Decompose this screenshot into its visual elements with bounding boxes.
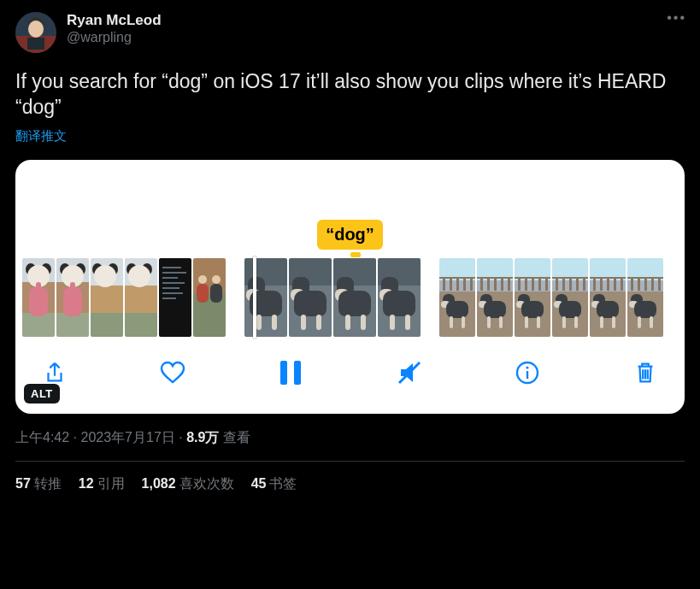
svg-point-2 [28, 21, 44, 38]
clip-thumbnail[interactable] [91, 258, 123, 337]
video-scrubber-strip[interactable] [15, 258, 685, 337]
clip-thumbnail[interactable] [378, 258, 421, 337]
clip-thumbnail[interactable] [193, 258, 226, 337]
delete-button[interactable] [626, 354, 664, 392]
media-preview-top: “dog” [15, 160, 685, 258]
playhead[interactable] [253, 256, 256, 339]
clip-thumbnail[interactable] [289, 258, 332, 337]
post-time[interactable]: 上午4:42 [15, 430, 69, 445]
more-options-button[interactable]: ••• [667, 10, 686, 26]
likes-stat[interactable]: 1,082喜欢次数 [142, 475, 234, 493]
retweets-stat[interactable]: 57转推 [15, 475, 62, 493]
alt-badge[interactable]: ALT [24, 384, 60, 403]
translate-link[interactable]: 翻译推文 [15, 128, 67, 144]
clip-thumbnail[interactable] [333, 258, 376, 337]
tweet-text: If you search for “dog” on iOS 17 it’ll … [15, 68, 685, 120]
views-count[interactable]: 8.9万 [186, 430, 219, 445]
clip-thumbnail[interactable] [439, 258, 475, 337]
clip-thumbnail[interactable] [159, 258, 191, 337]
clip-group [22, 258, 226, 337]
media-toolbar [15, 337, 685, 414]
clip-thumbnail[interactable] [22, 258, 55, 337]
quotes-stat[interactable]: 12引用 [79, 475, 125, 493]
svg-rect-3 [27, 38, 44, 50]
clip-thumbnail[interactable] [56, 258, 89, 337]
search-result-chip: “dog” [317, 220, 383, 250]
divider [15, 461, 685, 462]
views-label: 查看 [219, 430, 250, 445]
post-date[interactable]: 2023年7月17日 [80, 430, 174, 445]
svg-point-6 [526, 366, 528, 368]
user-names: Ryan McLeod @warpling [67, 12, 162, 46]
clip-thumbnail[interactable] [477, 258, 513, 337]
clip-thumbnail[interactable] [515, 258, 550, 337]
pause-icon [280, 361, 301, 385]
clip-thumbnail[interactable] [590, 258, 626, 337]
chip-pointer [350, 252, 361, 257]
media-attachment[interactable]: “dog” [15, 160, 685, 414]
clip-thumbnail[interactable] [125, 258, 157, 337]
bookmarks-stat[interactable]: 45书签 [251, 475, 297, 493]
pause-button[interactable] [272, 354, 309, 392]
display-name[interactable]: Ryan McLeod [67, 12, 162, 29]
info-button[interactable] [509, 354, 546, 392]
mute-button[interactable] [391, 354, 428, 392]
user-handle[interactable]: @warpling [67, 29, 162, 46]
tweet-stats: 57转推 12引用 1,082喜欢次数 45书签 [15, 475, 685, 493]
tweet-header: Ryan McLeod @warpling [15, 12, 685, 53]
clip-group [439, 258, 663, 337]
favorite-button[interactable] [154, 354, 191, 392]
clip-group-current [244, 258, 421, 337]
clip-thumbnail[interactable] [552, 258, 588, 337]
avatar[interactable] [15, 12, 56, 53]
clip-thumbnail[interactable] [627, 258, 663, 337]
tweet-container: Ryan McLeod @warpling ••• If you search … [0, 0, 700, 493]
clip-thumbnail[interactable] [244, 258, 287, 337]
tweet-meta: 上午4:42 · 2023年7月17日 · 8.9万 查看 [15, 429, 685, 447]
